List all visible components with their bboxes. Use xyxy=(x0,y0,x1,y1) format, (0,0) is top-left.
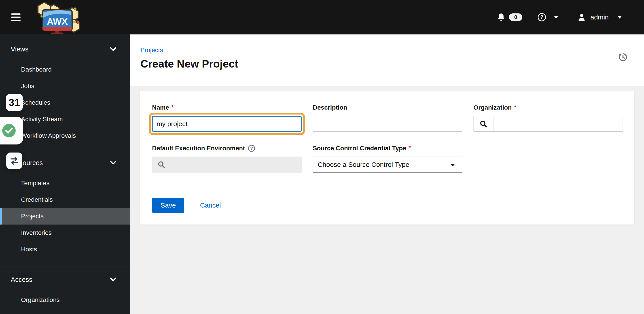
svg-text:?: ? xyxy=(540,14,544,20)
overlay-switch-badge xyxy=(6,152,22,169)
required-asterisk: * xyxy=(171,103,174,111)
label-text: Source Control Credential Type xyxy=(313,144,406,152)
sidebar-item-label: Inventories xyxy=(21,229,52,236)
sidebar-item-hosts[interactable]: Hosts xyxy=(0,241,130,258)
field-label-description: Description xyxy=(313,104,462,112)
form-actions: Save Cancel xyxy=(152,198,623,213)
caret-down-icon xyxy=(617,16,622,19)
field-scm-credential-type: Source Control Credential Type * Choose … xyxy=(313,144,462,173)
masthead: AWX 0 ? xyxy=(0,0,644,34)
sidebar-item-label: Schedules xyxy=(21,99,50,106)
sidebar-item-label: Templates xyxy=(21,180,50,187)
user-menu-button[interactable] xyxy=(578,14,585,21)
execution-environment-lookup xyxy=(152,156,302,173)
sidebar-item-templates[interactable]: Templates xyxy=(0,175,130,192)
content-header: Projects Create New Project xyxy=(130,34,644,86)
help-button[interactable]: ? xyxy=(538,13,546,22)
hamburger-menu-icon xyxy=(11,20,20,21)
field-organization: Organization * xyxy=(474,104,623,132)
required-asterisk: * xyxy=(514,103,516,111)
sidebar-item-credentials[interactable]: Credentials xyxy=(0,192,130,208)
label-text: Default Execution Environment xyxy=(152,144,245,152)
username-label[interactable]: admin xyxy=(590,14,609,21)
organization-input[interactable] xyxy=(494,116,622,132)
field-label-organization: Organization * xyxy=(474,104,623,112)
nav-group-label: Access xyxy=(11,276,32,283)
field-label-name: Name * xyxy=(152,104,302,112)
awx-app-window: AWX 0 ? xyxy=(0,0,644,314)
main-content: Projects Create New Project xyxy=(130,34,644,314)
chevron-down-icon xyxy=(110,161,116,165)
chevron-down-icon xyxy=(110,47,116,51)
execution-environment-help[interactable]: ? xyxy=(248,145,255,152)
cancel-button[interactable]: Cancel xyxy=(200,202,221,209)
field-label-scm-credential-type: Source Control Credential Type * xyxy=(313,144,462,152)
sidebar-nav: Views Dashboard Jobs Schedules Activity … xyxy=(0,34,130,314)
chevron-down-icon xyxy=(110,278,116,282)
awx-logo-graphic: AWX xyxy=(35,0,82,34)
breadcrumb: Projects xyxy=(140,46,628,54)
sidebar-item-label: Activity Stream xyxy=(21,116,63,123)
sidebar-item-projects[interactable]: Projects xyxy=(0,208,130,224)
search-icon xyxy=(480,120,487,128)
label-text: Organization xyxy=(474,104,512,112)
nav-group-views[interactable]: Views xyxy=(0,41,130,58)
page-title: Create New Project xyxy=(140,57,628,71)
overlay-counter-badge: 31 xyxy=(6,94,23,111)
check-circle-icon xyxy=(2,124,16,138)
required-asterisk: * xyxy=(408,144,411,152)
field-description: Description xyxy=(313,104,462,132)
user-dropdown-toggle[interactable] xyxy=(617,16,622,19)
hamburger-menu-icon xyxy=(11,14,20,15)
notification-count-badge[interactable]: 0 xyxy=(509,14,522,21)
label-text: Name xyxy=(152,104,169,112)
content-body: Name * Description xyxy=(130,86,644,314)
awx-logo[interactable]: AWX xyxy=(35,0,82,34)
masthead-toolbar: 0 ? admin xyxy=(497,13,622,22)
bell-icon xyxy=(497,13,505,22)
sidebar-item-label: Organizations xyxy=(21,296,60,304)
name-input[interactable] xyxy=(152,116,302,132)
sidebar-item-label: Projects xyxy=(21,213,44,220)
sidebar-item-dashboard[interactable]: Dashboard xyxy=(0,61,130,78)
field-label-execution-environment: Default Execution Environment ? xyxy=(152,144,302,152)
sidebar-item-organizations[interactable]: Organizations xyxy=(0,292,130,308)
nav-toggle-button[interactable] xyxy=(11,14,20,21)
description-input[interactable] xyxy=(313,116,462,132)
question-circle-icon: ? xyxy=(248,145,255,152)
hamburger-menu-icon xyxy=(11,16,20,18)
svg-text:?: ? xyxy=(250,146,253,151)
awx-logo-text: AWX xyxy=(47,16,68,26)
organization-search-button[interactable] xyxy=(474,116,494,132)
help-dropdown-toggle[interactable] xyxy=(554,16,558,19)
history-button[interactable] xyxy=(618,52,628,64)
caret-down-icon xyxy=(554,16,558,19)
caret-down-icon xyxy=(450,164,455,166)
select-value: Choose a Source Control Type xyxy=(318,161,410,168)
sidebar-item-jobs[interactable]: Jobs xyxy=(0,78,130,94)
label-text: Description xyxy=(313,104,347,112)
save-button[interactable]: Save xyxy=(152,198,184,213)
scm-credential-type-select[interactable]: Choose a Source Control Type xyxy=(313,156,462,173)
nav-group-label: Views xyxy=(11,46,28,53)
grid-spacer xyxy=(474,144,623,173)
project-form-card: Name * Description xyxy=(140,91,634,224)
sidebar-item-label: Credentials xyxy=(21,196,53,203)
search-icon xyxy=(158,161,165,168)
history-icon xyxy=(618,52,628,62)
field-name: Name * xyxy=(152,104,302,132)
overlay-success-badge xyxy=(0,117,23,144)
breadcrumb-link-projects[interactable]: Projects xyxy=(140,46,163,54)
execution-environment-input xyxy=(170,160,296,169)
nav-group-access[interactable]: Access xyxy=(0,271,130,288)
swap-arrows-icon xyxy=(9,156,20,166)
nav-section-access: Access Organizations xyxy=(0,267,130,308)
sidebar-item-label: Workflow Approvals xyxy=(21,132,76,139)
sidebar-item-label: Dashboard xyxy=(21,66,52,73)
sidebar-item-inventories[interactable]: Inventories xyxy=(0,224,130,241)
field-execution-environment: Default Execution Environment ? xyxy=(152,144,302,173)
sidebar-item-label: Hosts xyxy=(21,246,37,253)
notifications-button[interactable] xyxy=(497,13,505,22)
sidebar-item-label: Jobs xyxy=(21,82,34,90)
question-circle-icon: ? xyxy=(538,13,546,22)
